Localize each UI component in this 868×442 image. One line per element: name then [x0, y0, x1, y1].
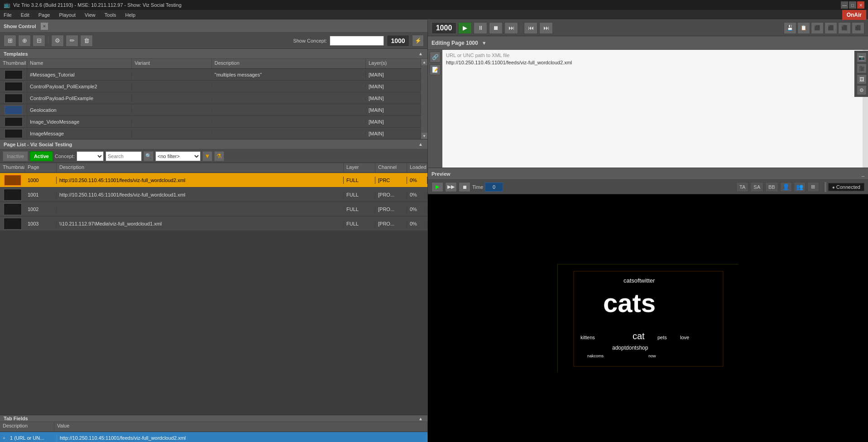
inactive-button[interactable]: Inactive: [3, 151, 28, 161]
remove-button[interactable]: ⊟: [33, 35, 45, 47]
close-button[interactable]: ✕: [857, 1, 864, 9]
preview-person1-button[interactable]: 👤: [780, 182, 792, 192]
menu-file[interactable]: File: [2, 11, 14, 19]
menu-tools[interactable]: Tools: [103, 11, 118, 19]
template-thumbnail: [0, 105, 27, 115]
template-row[interactable]: ImageMessage [MAIN]: [0, 128, 421, 139]
tab-fields-collapse-button[interactable]: ▲: [417, 415, 424, 422]
pl-loaded: 0%: [407, 191, 427, 198]
preview-sa-button[interactable]: SA: [750, 182, 763, 192]
video-button[interactable]: 🎥: [857, 63, 867, 73]
save-xml-button[interactable]: 💾: [784, 22, 796, 34]
tab-fields-header: Tab Fields ▲: [0, 415, 427, 422]
tab-fields-table: Description Value + 1 (URL or UN... http…: [0, 422, 427, 442]
rt-btn-2[interactable]: ⬛: [825, 22, 837, 34]
templates-section: Templates ▲ Thumbnail Name Variant Descr…: [0, 49, 427, 139]
concept-select[interactable]: [77, 151, 104, 161]
filter-expand-button[interactable]: ▼: [202, 151, 212, 161]
editing-page-dropdown[interactable]: ▼: [482, 40, 487, 46]
templates-header: Templates ▲: [0, 49, 427, 59]
pl-page-number: 1002: [25, 206, 57, 213]
search-button[interactable]: 🔍: [144, 151, 153, 161]
preview-mosaic-button[interactable]: ⊞: [807, 182, 819, 192]
continue-button[interactable]: ⏭: [504, 22, 518, 34]
page-list-row[interactable]: 1000 http://10.250.110.45:11001/feeds/vi…: [0, 173, 427, 187]
image-button[interactable]: 🖼: [857, 74, 867, 84]
pl-layer: FULL: [344, 191, 375, 198]
minimize-button[interactable]: —: [841, 1, 848, 9]
settings-button[interactable]: ⚙: [51, 35, 64, 47]
xml-icon-1[interactable]: 🔗: [430, 52, 441, 62]
pl-thumbnail: [0, 188, 25, 202]
rt-btn-1[interactable]: ⬛: [811, 22, 824, 34]
pause-button[interactable]: ⏸: [474, 22, 487, 34]
preview-minimize-button[interactable]: _: [862, 171, 864, 177]
preview-stop-button[interactable]: ⏹: [459, 182, 470, 192]
template-row[interactable]: Image_VideoMessage [MAIN]: [0, 116, 421, 128]
menu-help[interactable]: Help: [123, 11, 137, 19]
search-input[interactable]: [106, 151, 142, 161]
menu-page[interactable]: Page: [37, 11, 52, 19]
menu-playout[interactable]: Playout: [57, 11, 77, 19]
template-row[interactable]: ControlPayload-PollExample [MAIN]: [0, 92, 421, 104]
tab-fields-expand-button[interactable]: +: [1, 435, 7, 441]
delete-button[interactable]: 🗑: [80, 35, 93, 47]
rt-btn-4[interactable]: ⬛: [852, 22, 864, 34]
stop-button[interactable]: ⏹: [489, 22, 503, 34]
xml-url-value[interactable]: http://10.250.110.45:11001/feeds/viz-ful…: [446, 60, 864, 65]
xml-left-icons: 🔗 📝: [428, 50, 442, 168]
templates-collapse-button[interactable]: ▲: [417, 51, 424, 57]
maximize-button[interactable]: □: [849, 1, 856, 9]
edit-button[interactable]: ✏: [66, 35, 78, 47]
template-row[interactable]: #Messages_Tutorial "multiples messages" …: [0, 69, 421, 81]
preview-play-button[interactable]: ▶: [432, 182, 443, 192]
add-button[interactable]: ⊕: [18, 35, 31, 47]
filter-apply-button[interactable]: ⚗: [214, 151, 224, 161]
filter-select[interactable]: <no filter>: [155, 151, 201, 161]
preview-bb-button[interactable]: BB: [765, 182, 778, 192]
preview-ta-button[interactable]: TA: [736, 182, 748, 192]
tab-fields-row[interactable]: + 1 (URL or UN... http://10.250.110.45:1…: [0, 432, 427, 442]
preview-person2-button[interactable]: 👥: [794, 182, 806, 192]
template-row[interactable]: ControlPayload_PollExample2 [MAIN]: [0, 81, 421, 92]
save-copy-button[interactable]: 📋: [797, 22, 810, 34]
show-control-close-button[interactable]: ✕: [41, 23, 48, 30]
rt-btn-3[interactable]: ⬛: [838, 22, 851, 34]
menu-view[interactable]: View: [83, 11, 97, 19]
templates-col-variant: Variant: [132, 59, 212, 68]
prev-page-button[interactable]: ⏮: [524, 22, 537, 34]
next-page-button[interactable]: ⏭: [539, 22, 553, 34]
page-list-title: Page List - Viz Social Testing: [4, 142, 72, 147]
preview-separator: [825, 182, 826, 192]
templates-title: Templates: [4, 51, 28, 57]
right-panel: 1000 ▶ ⏸ ⏹ ⏭ ⏮ ⏭ 💾 📋 ⬛ ⬛ ⬛ ⬛ Editing Pag…: [427, 20, 868, 442]
preview-canvas: catsoftwitter cats kittens cat pets love…: [428, 194, 868, 442]
templates-scroll-up[interactable]: ▲: [421, 59, 427, 65]
show-concept-input[interactable]: [330, 36, 384, 46]
template-row[interactable]: Geolocation [MAIN]: [0, 104, 421, 116]
templates-list: Thumbnail Name Variant Description Layer…: [0, 59, 421, 139]
template-description: "multiples messages": [212, 71, 366, 78]
left-panel: Show Control ✕ ⊞ ⊕ ⊟ ⚙ ✏ 🗑 Show Concept:…: [0, 20, 427, 442]
page-list-collapse-button[interactable]: ▲: [417, 141, 424, 148]
page-list-table-header: Thumbnail Page Description Layer Channel…: [0, 163, 427, 173]
play-button[interactable]: ▶: [458, 22, 472, 34]
menu-edit[interactable]: Edit: [19, 11, 31, 19]
preview-time-input[interactable]: [485, 183, 503, 192]
active-button[interactable]: Active: [30, 151, 53, 161]
xml-icon-2[interactable]: 📝: [430, 64, 441, 75]
templates-scroll-down[interactable]: ▼: [421, 133, 427, 139]
settings-right-button[interactable]: ⚙: [857, 85, 867, 95]
page-action-button[interactable]: ⚡: [412, 35, 424, 47]
new-button[interactable]: ⊞: [4, 35, 16, 47]
rt-save-area: 💾 📋 ⬛ ⬛ ⬛ ⬛: [784, 22, 864, 34]
page-list-row[interactable]: 1001 http://10.250.110.45:11001/feeds/vi…: [0, 187, 427, 202]
right-sidebar-icons: 📷 🎥 🖼 ⚙: [854, 51, 868, 97]
on-air-button[interactable]: OnAir: [842, 10, 866, 20]
preview-fastforward-button[interactable]: ▶▶: [445, 182, 457, 192]
tab-fields-section: Tab Fields ▲ Description Value + 1 (URL …: [0, 415, 427, 442]
page-list-row[interactable]: 1002 FULL [PRO... 0%: [0, 202, 427, 216]
page-list-row[interactable]: 1003 \\10.211.112.97\Media\viz-full_word…: [0, 216, 427, 231]
camera-button[interactable]: 📷: [857, 53, 867, 62]
pl-thumbnail: [0, 173, 25, 187]
